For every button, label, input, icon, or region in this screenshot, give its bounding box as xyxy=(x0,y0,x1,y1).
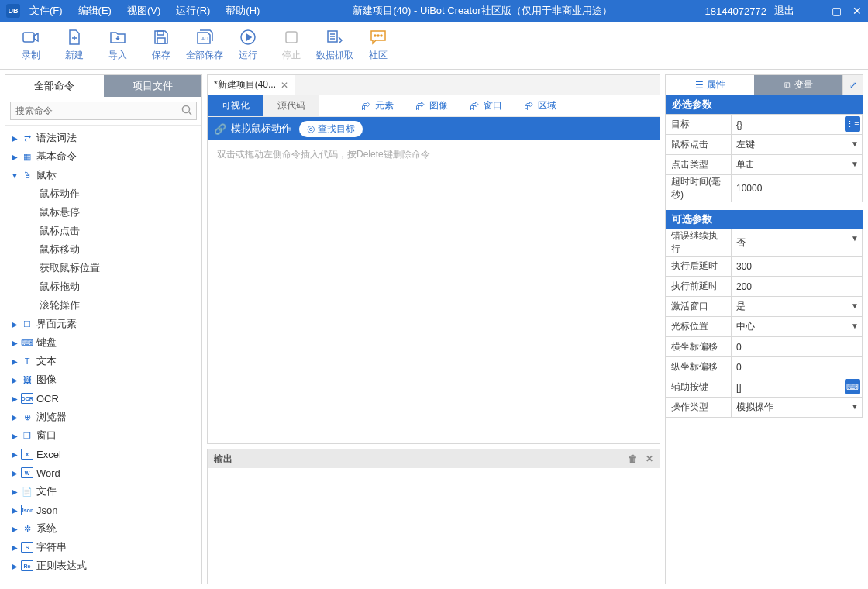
minimize-icon[interactable]: — xyxy=(810,5,821,17)
output-close-icon[interactable]: ✕ xyxy=(646,453,653,464)
close-icon[interactable]: ✕ xyxy=(852,5,862,17)
tree-node[interactable]: ▶S字符串 xyxy=(5,538,202,556)
tool-save[interactable]: 保存 xyxy=(140,26,183,66)
pick-window[interactable]: ⮳窗口 xyxy=(459,99,513,112)
tree-node-label: 字符串 xyxy=(36,540,67,554)
tree-node[interactable]: ▶▦基本命令 xyxy=(5,147,202,166)
tree-node[interactable]: ▶☐界面元素 xyxy=(5,315,202,333)
cursor-icon: ⮳ xyxy=(415,101,426,112)
tab-close-icon[interactable]: ✕ xyxy=(281,80,288,91)
menu-run[interactable]: 运行(R) xyxy=(176,4,210,18)
chevron-down-icon[interactable]: ▼ xyxy=(851,322,859,330)
prop-value[interactable]: 模拟操作▼ xyxy=(732,398,863,418)
svg-text:ALL: ALL xyxy=(202,36,210,41)
prop-value[interactable]: 0 xyxy=(732,337,863,357)
search-icon[interactable] xyxy=(181,105,192,115)
output-clear-icon[interactable]: 🗑 xyxy=(629,453,638,464)
tree-child-node[interactable]: 滚轮操作 xyxy=(5,296,202,315)
tool-scrape[interactable]: 数据抓取 xyxy=(313,26,356,66)
chevron-down-icon[interactable]: ▼ xyxy=(851,301,859,310)
maximize-icon[interactable]: ▢ xyxy=(832,5,842,17)
tree-node[interactable]: ▶🖼图像 xyxy=(5,370,202,389)
tree-node[interactable]: ▼🖱鼠标 xyxy=(5,166,202,184)
chevron-down-icon[interactable]: ▼ xyxy=(851,160,859,168)
window-title: 新建项目(40) - UiBot Creator社区版（仅用于非商业用途） xyxy=(260,4,704,18)
menu-help[interactable]: 帮助(H) xyxy=(226,4,260,18)
prop-value[interactable]: 200 xyxy=(732,277,863,297)
prop-value[interactable]: 是▼ xyxy=(732,297,863,317)
tool-import[interactable]: 导入 xyxy=(96,26,140,66)
tree-child-node[interactable]: 鼠标移动 xyxy=(5,240,202,259)
menu-file[interactable]: 文件(F) xyxy=(29,4,63,18)
tab-all-commands[interactable]: 全部命令 xyxy=(5,75,104,97)
prop-value[interactable]: 单击▼ xyxy=(732,155,863,175)
tool-new[interactable]: 新建 xyxy=(53,26,96,66)
tree-node[interactable]: ▶JsonJson xyxy=(5,501,202,519)
expand-icon[interactable]: ⤢ xyxy=(842,75,863,95)
file-tab-label: *新建项目(40... xyxy=(214,78,276,91)
pick-region[interactable]: ⮳区域 xyxy=(513,99,567,112)
find-target-button[interactable]: ◎查找目标 xyxy=(299,121,363,137)
tree-node[interactable]: ▶Re正则表达式 xyxy=(5,556,202,575)
chevron-down-icon[interactable]: ▼ xyxy=(851,402,859,411)
tree-node[interactable]: ▶⊕浏览器 xyxy=(5,408,202,426)
prop-value[interactable]: {}⋮≡ xyxy=(732,115,863,135)
tree-node[interactable]: ▶WWord xyxy=(5,463,202,482)
tree-node[interactable]: ▶⇄语法词法 xyxy=(5,129,202,147)
tool-save-all[interactable]: ALL 全部保存 xyxy=(183,26,226,66)
optional-params-table: 错误继续执行否▼执行后延时300执行前延时200激活窗口是▼光标位置中心▼横坐标… xyxy=(666,229,863,418)
tool-community[interactable]: 社区 xyxy=(356,26,400,66)
pick-image[interactable]: ⮳图像 xyxy=(405,99,459,112)
tree-node[interactable]: ▶T文本 xyxy=(5,352,202,370)
mode-visual[interactable]: 可视化 xyxy=(208,95,264,116)
tree-node[interactable]: ▶❐窗口 xyxy=(5,426,202,445)
tree-node[interactable]: ▶✲系统 xyxy=(5,519,202,538)
tab-variables[interactable]: ⧉变量 xyxy=(754,75,842,95)
tree-child-node[interactable]: 鼠标动作 xyxy=(5,184,202,203)
command-tree[interactable]: ▶⇄语法词法▶▦基本命令▼🖱鼠标鼠标动作鼠标悬停鼠标点击鼠标移动获取鼠标位置鼠标… xyxy=(5,126,202,584)
tree-child-node[interactable]: 鼠标悬停 xyxy=(5,203,202,222)
output-panel: 输出 🗑 ✕ xyxy=(207,449,660,584)
logout-link[interactable]: 退出 xyxy=(774,4,794,18)
editor-canvas[interactable] xyxy=(208,169,660,443)
win-icon: ❐ xyxy=(21,430,33,441)
tree-node[interactable]: ▶XExcel xyxy=(5,445,202,463)
tree-node-label: 基本命令 xyxy=(36,150,77,164)
doc-icon: W xyxy=(21,467,33,478)
list-picker-icon[interactable]: ⋮≡ xyxy=(845,116,860,132)
file-tab[interactable]: *新建项目(40... ✕ xyxy=(208,75,295,95)
menu-edit[interactable]: 编辑(E) xyxy=(78,4,112,18)
app-logo: UB xyxy=(6,4,20,18)
tool-run[interactable]: 运行 xyxy=(226,26,270,66)
tree-node[interactable]: ▶📄文件 xyxy=(5,482,202,501)
mode-source[interactable]: 源代码 xyxy=(264,95,319,116)
prop-value[interactable]: 否▼ xyxy=(732,229,863,257)
tab-properties[interactable]: ☰属性 xyxy=(666,75,754,95)
chevron-down-icon[interactable]: ▼ xyxy=(851,234,859,243)
menu-view[interactable]: 视图(V) xyxy=(127,4,160,18)
prop-value[interactable]: 左键▼ xyxy=(732,135,863,155)
cursor-icon: ⮳ xyxy=(524,101,535,112)
prop-value[interactable]: 300 xyxy=(732,257,863,277)
caret-right-icon: ▶ xyxy=(10,376,19,384)
tree-node[interactable]: ▶⌨键盘 xyxy=(5,333,202,352)
tree-child-node[interactable]: 鼠标点击 xyxy=(5,222,202,240)
tree-child-node[interactable]: 获取鼠标位置 xyxy=(5,259,202,277)
account-phone[interactable]: 18144072772 xyxy=(704,5,766,17)
prop-value[interactable]: 中心▼ xyxy=(732,317,863,337)
tab-label: 属性 xyxy=(707,78,725,91)
pick-element[interactable]: ⮳元素 xyxy=(350,99,405,112)
output-body[interactable] xyxy=(208,468,660,584)
prop-value[interactable]: 0 xyxy=(732,357,863,377)
tool-record[interactable]: 录制 xyxy=(9,26,53,66)
prop-key: 辅助按键 xyxy=(666,377,732,398)
tab-project-files[interactable]: 项目文件 xyxy=(104,75,202,97)
search-input[interactable] xyxy=(10,102,197,120)
prop-value[interactable]: []⌨ xyxy=(732,377,863,398)
chevron-down-icon[interactable]: ▼ xyxy=(851,140,859,148)
action-bar[interactable]: 🔗模拟鼠标动作 ◎查找目标 xyxy=(208,117,660,140)
tree-node[interactable]: ▶OCROCR xyxy=(5,389,202,408)
prop-value[interactable]: 10000 xyxy=(732,175,863,202)
kb-picker-icon[interactable]: ⌨ xyxy=(845,379,860,394)
tree-child-node[interactable]: 鼠标拖动 xyxy=(5,277,202,296)
